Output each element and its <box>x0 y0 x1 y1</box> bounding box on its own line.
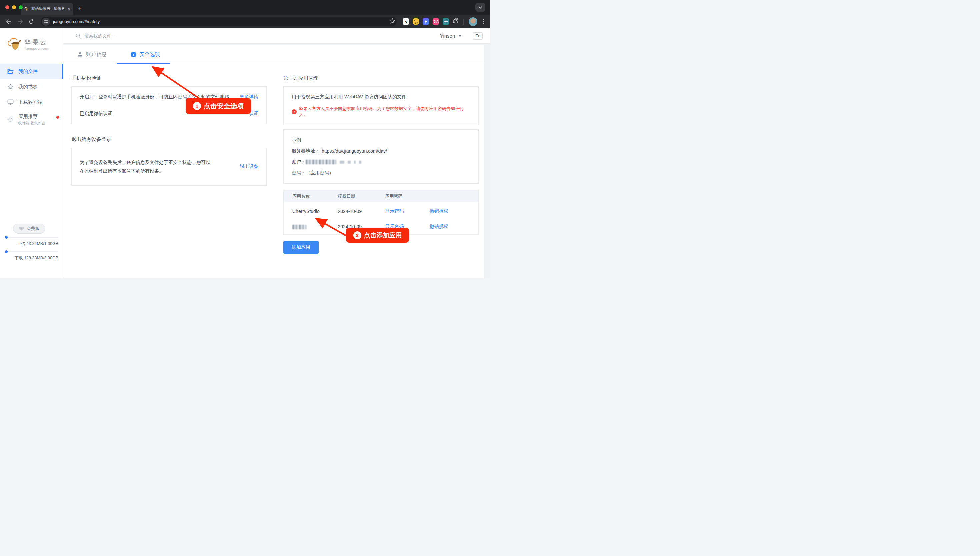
logout-desc-line2: 在此强制登出所有本账号下的所有设备。 <box>80 166 210 175</box>
sidebar-nav: 我的文件 我的书签 下载客户端 <box>0 64 63 129</box>
extension-translate-icon[interactable]: 文A <box>433 18 439 25</box>
extensions-row: N 文A <box>403 17 486 26</box>
server-label: 服务器地址： <box>292 148 320 154</box>
tab-account-info[interactable]: 账户信息 <box>77 51 107 58</box>
language-toggle-button[interactable]: En <box>473 32 483 40</box>
reload-icon <box>29 19 34 24</box>
notification-dot <box>57 116 59 119</box>
browser-chrome: 我的坚果云 - 坚果云 - 云盘|网盘 × + <box>0 0 490 28</box>
search-input[interactable]: 搜索我的文件... <box>84 33 115 39</box>
show-password-link[interactable]: 显示密码 <box>385 208 404 214</box>
url-text[interactable]: jianguoyun.com/#/safety <box>53 19 100 24</box>
step2-text: 点击添加应用 <box>364 231 402 240</box>
username: Yinsen <box>440 33 455 39</box>
zoom-window-button[interactable] <box>19 5 23 9</box>
tab-label: 账户信息 <box>86 51 107 58</box>
active-tab-underline <box>117 63 170 64</box>
revoke-auth-link[interactable]: 撤销授权 <box>429 208 448 214</box>
server-value: https://dav.jianguoyun.com/dav/ <box>322 148 387 154</box>
logout-desc-line1: 为了避免设备丢失后，账户信息及文件处于不安全状态，您可以 <box>80 158 210 166</box>
plan-area: 免费版 <box>0 224 58 234</box>
account-label: 账户： <box>292 159 306 165</box>
main-header: 搜索我的文件... Yinsen En <box>63 28 490 44</box>
settings-tabbar: 账户信息 i 安全选项 <box>63 45 484 64</box>
webdav-card: 用于授权第三方应用利用 WebDAV 协议访问团队的文件 i 坚果云官方人员不会… <box>283 86 479 125</box>
diamond-icon <box>19 226 24 231</box>
table-row: CherryStudio 2024-10-09 显示密码 撤销授权 <box>284 202 479 219</box>
site-settings-icon[interactable] <box>42 18 50 26</box>
acorn-favicon-icon <box>24 6 29 11</box>
browser-tab[interactable]: 我的坚果云 - 坚果云 - 云盘|网盘 × <box>21 3 73 15</box>
sidebar-item-my-files[interactable]: 我的文件 <box>0 64 63 79</box>
sidebar-item-label: 应用推荐 <box>18 113 45 120</box>
masked-app-name <box>292 225 306 230</box>
masked-account-dots <box>340 161 361 164</box>
tab-search-button[interactable] <box>475 3 485 12</box>
step1-number-badge: 1 <box>193 102 201 110</box>
folder-icon <box>7 69 14 74</box>
add-app-button[interactable]: 添加应用 <box>283 241 319 254</box>
sidebar-item-label: 下载客户端 <box>18 99 43 105</box>
bookmark-star-icon[interactable] <box>389 18 396 25</box>
reload-button[interactable] <box>27 17 36 26</box>
puzzle-icon <box>453 18 459 24</box>
auth-date: 2024-10-09 <box>329 202 377 219</box>
extension-notion-icon[interactable]: N <box>403 18 409 25</box>
tab-close-icon[interactable]: × <box>67 6 71 11</box>
extension-leopard-icon[interactable] <box>413 18 419 25</box>
star-icon <box>7 84 14 90</box>
person-icon <box>77 52 83 57</box>
upload-quota-label: 上传 43.24MB/1.00GB <box>17 241 58 246</box>
sidebar-item-download-client[interactable]: 下载客户端 <box>0 94 63 110</box>
step2-number-badge: 2 <box>354 231 361 239</box>
toolbar-divider <box>463 19 464 25</box>
phone-verify-title: 手机身份验证 <box>71 75 267 81</box>
brand-name: 坚果云 <box>25 38 48 47</box>
col-app-name: 应用名称 <box>284 190 329 203</box>
user-menu[interactable]: Yinsen <box>440 33 462 39</box>
close-window-button[interactable] <box>5 5 9 9</box>
window-controls[interactable] <box>5 5 23 9</box>
upload-quota: 上传 43.24MB/1.00GB <box>5 237 58 247</box>
app-name: CherryStudio <box>284 202 329 219</box>
forward-button[interactable] <box>15 17 25 26</box>
brand-logo[interactable]: 坚果云 jianguoyun.com <box>0 28 63 51</box>
profile-avatar[interactable] <box>469 17 477 26</box>
back-button[interactable] <box>4 17 13 26</box>
password-label: 密码：（应用密码） <box>292 170 470 176</box>
webdav-desc: 用于授权第三方应用利用 WebDAV 协议访问团队的文件 <box>292 94 470 100</box>
tab-title: 我的坚果云 - 坚果云 - 云盘|网盘 <box>31 6 65 11</box>
browser-menu-button[interactable] <box>481 19 486 24</box>
new-tab-button[interactable]: + <box>78 5 82 15</box>
annotation-step2-callout: 2 点击添加应用 <box>346 228 409 242</box>
tab-security-options[interactable]: i 安全选项 <box>131 51 160 58</box>
annotation-step1-callout: 1 点击安全选项 <box>186 98 251 114</box>
chevron-down-icon <box>459 35 462 37</box>
sidebar-item-app-recommend[interactable]: 应用推荐 收件箱·收集作业 <box>0 110 63 129</box>
address-bar[interactable]: jianguoyun.com/#/safety <box>41 17 397 26</box>
tab-label: 安全选项 <box>139 51 160 58</box>
col-actions <box>421 190 479 203</box>
extension-teal-icon[interactable] <box>443 18 449 25</box>
extensions-menu-button[interactable] <box>453 18 459 25</box>
extension-lightning-icon[interactable] <box>423 18 429 25</box>
plan-badge[interactable]: 免费版 <box>13 224 45 234</box>
sidebar-item-my-bookmarks[interactable]: 我的书签 <box>0 79 63 94</box>
wechat-auth-status: 已启用微信认证 <box>80 111 112 117</box>
search-icon <box>76 33 81 39</box>
info-icon: i <box>131 52 136 57</box>
masked-account-value <box>306 160 336 164</box>
jianguoyun-acorn-logo-icon <box>6 37 22 51</box>
sidebar-item-sublabel: 收件箱·收集作业 <box>18 121 45 126</box>
security-left-column: 手机身份验证 开启后，登录时需通过手机验证身份，可防止因密码丢失引起的文件泄露 … <box>71 64 267 254</box>
tag-icon <box>7 116 14 123</box>
logout-devices-link[interactable]: 退出设备 <box>240 164 258 170</box>
back-arrow-icon <box>6 19 12 24</box>
col-app-password: 应用密码 <box>377 190 421 203</box>
chevron-down-icon <box>478 6 482 9</box>
download-quota-label: 下载 128.33MB/3.00GB <box>15 256 58 260</box>
warning-info-icon: i <box>292 109 297 114</box>
download-progressbar <box>5 251 58 252</box>
minimize-window-button[interactable] <box>12 5 16 9</box>
revoke-auth-link[interactable]: 撤销授权 <box>429 224 448 229</box>
